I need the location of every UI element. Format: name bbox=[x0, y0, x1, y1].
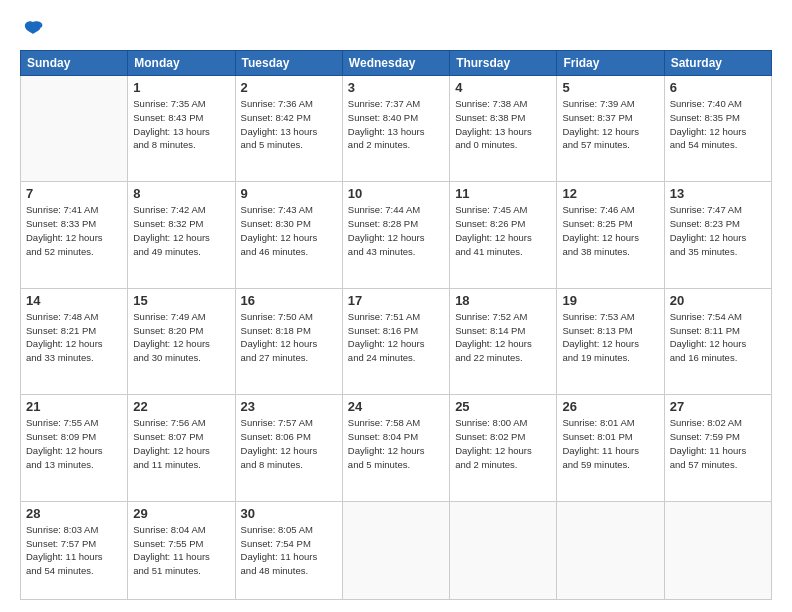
day-info: Sunrise: 7:40 AMSunset: 8:35 PMDaylight:… bbox=[670, 97, 766, 152]
day-info: Sunrise: 7:50 AMSunset: 8:18 PMDaylight:… bbox=[241, 310, 337, 365]
week-row-2: 7Sunrise: 7:41 AMSunset: 8:33 PMDaylight… bbox=[21, 182, 772, 288]
day-number: 2 bbox=[241, 80, 337, 95]
day-cell: 12Sunrise: 7:46 AMSunset: 8:25 PMDayligh… bbox=[557, 182, 664, 288]
day-info: Sunrise: 7:45 AMSunset: 8:26 PMDaylight:… bbox=[455, 203, 551, 258]
day-info: Sunrise: 8:02 AMSunset: 7:59 PMDaylight:… bbox=[670, 416, 766, 471]
weekday-header-sunday: Sunday bbox=[21, 51, 128, 76]
day-number: 15 bbox=[133, 293, 229, 308]
day-number: 8 bbox=[133, 186, 229, 201]
day-info: Sunrise: 7:49 AMSunset: 8:20 PMDaylight:… bbox=[133, 310, 229, 365]
logo-bird-icon bbox=[22, 18, 44, 40]
day-cell bbox=[664, 501, 771, 599]
day-cell: 4Sunrise: 7:38 AMSunset: 8:38 PMDaylight… bbox=[450, 76, 557, 182]
day-number: 17 bbox=[348, 293, 444, 308]
day-cell: 19Sunrise: 7:53 AMSunset: 8:13 PMDayligh… bbox=[557, 288, 664, 394]
day-cell: 9Sunrise: 7:43 AMSunset: 8:30 PMDaylight… bbox=[235, 182, 342, 288]
day-cell bbox=[342, 501, 449, 599]
day-cell: 21Sunrise: 7:55 AMSunset: 8:09 PMDayligh… bbox=[21, 395, 128, 501]
day-cell: 25Sunrise: 8:00 AMSunset: 8:02 PMDayligh… bbox=[450, 395, 557, 501]
weekday-header-wednesday: Wednesday bbox=[342, 51, 449, 76]
day-number: 3 bbox=[348, 80, 444, 95]
day-number: 5 bbox=[562, 80, 658, 95]
day-cell: 10Sunrise: 7:44 AMSunset: 8:28 PMDayligh… bbox=[342, 182, 449, 288]
day-info: Sunrise: 7:54 AMSunset: 8:11 PMDaylight:… bbox=[670, 310, 766, 365]
day-info: Sunrise: 7:57 AMSunset: 8:06 PMDaylight:… bbox=[241, 416, 337, 471]
day-info: Sunrise: 7:48 AMSunset: 8:21 PMDaylight:… bbox=[26, 310, 122, 365]
day-number: 28 bbox=[26, 506, 122, 521]
weekday-header-saturday: Saturday bbox=[664, 51, 771, 76]
day-cell: 15Sunrise: 7:49 AMSunset: 8:20 PMDayligh… bbox=[128, 288, 235, 394]
day-number: 20 bbox=[670, 293, 766, 308]
day-cell: 13Sunrise: 7:47 AMSunset: 8:23 PMDayligh… bbox=[664, 182, 771, 288]
day-number: 11 bbox=[455, 186, 551, 201]
day-cell: 26Sunrise: 8:01 AMSunset: 8:01 PMDayligh… bbox=[557, 395, 664, 501]
day-number: 27 bbox=[670, 399, 766, 414]
day-cell: 11Sunrise: 7:45 AMSunset: 8:26 PMDayligh… bbox=[450, 182, 557, 288]
day-number: 30 bbox=[241, 506, 337, 521]
day-number: 19 bbox=[562, 293, 658, 308]
week-row-4: 21Sunrise: 7:55 AMSunset: 8:09 PMDayligh… bbox=[21, 395, 772, 501]
day-number: 9 bbox=[241, 186, 337, 201]
day-cell: 23Sunrise: 7:57 AMSunset: 8:06 PMDayligh… bbox=[235, 395, 342, 501]
day-number: 13 bbox=[670, 186, 766, 201]
day-cell: 28Sunrise: 8:03 AMSunset: 7:57 PMDayligh… bbox=[21, 501, 128, 599]
weekday-header-thursday: Thursday bbox=[450, 51, 557, 76]
weekday-header-friday: Friday bbox=[557, 51, 664, 76]
calendar-page: SundayMondayTuesdayWednesdayThursdayFrid… bbox=[0, 0, 792, 612]
day-number: 26 bbox=[562, 399, 658, 414]
day-cell: 1Sunrise: 7:35 AMSunset: 8:43 PMDaylight… bbox=[128, 76, 235, 182]
day-cell: 8Sunrise: 7:42 AMSunset: 8:32 PMDaylight… bbox=[128, 182, 235, 288]
day-info: Sunrise: 7:52 AMSunset: 8:14 PMDaylight:… bbox=[455, 310, 551, 365]
day-cell: 24Sunrise: 7:58 AMSunset: 8:04 PMDayligh… bbox=[342, 395, 449, 501]
week-row-1: 1Sunrise: 7:35 AMSunset: 8:43 PMDaylight… bbox=[21, 76, 772, 182]
day-info: Sunrise: 7:44 AMSunset: 8:28 PMDaylight:… bbox=[348, 203, 444, 258]
day-cell: 17Sunrise: 7:51 AMSunset: 8:16 PMDayligh… bbox=[342, 288, 449, 394]
day-number: 4 bbox=[455, 80, 551, 95]
day-cell: 22Sunrise: 7:56 AMSunset: 8:07 PMDayligh… bbox=[128, 395, 235, 501]
day-info: Sunrise: 7:37 AMSunset: 8:40 PMDaylight:… bbox=[348, 97, 444, 152]
day-number: 7 bbox=[26, 186, 122, 201]
day-number: 23 bbox=[241, 399, 337, 414]
day-number: 6 bbox=[670, 80, 766, 95]
day-number: 10 bbox=[348, 186, 444, 201]
day-number: 29 bbox=[133, 506, 229, 521]
day-info: Sunrise: 7:58 AMSunset: 8:04 PMDaylight:… bbox=[348, 416, 444, 471]
day-cell: 29Sunrise: 8:04 AMSunset: 7:55 PMDayligh… bbox=[128, 501, 235, 599]
day-number: 25 bbox=[455, 399, 551, 414]
week-row-5: 28Sunrise: 8:03 AMSunset: 7:57 PMDayligh… bbox=[21, 501, 772, 599]
day-info: Sunrise: 7:56 AMSunset: 8:07 PMDaylight:… bbox=[133, 416, 229, 471]
day-info: Sunrise: 7:43 AMSunset: 8:30 PMDaylight:… bbox=[241, 203, 337, 258]
day-number: 14 bbox=[26, 293, 122, 308]
calendar-table: SundayMondayTuesdayWednesdayThursdayFrid… bbox=[20, 50, 772, 600]
day-info: Sunrise: 7:53 AMSunset: 8:13 PMDaylight:… bbox=[562, 310, 658, 365]
day-number: 21 bbox=[26, 399, 122, 414]
weekday-header-monday: Monday bbox=[128, 51, 235, 76]
day-info: Sunrise: 8:04 AMSunset: 7:55 PMDaylight:… bbox=[133, 523, 229, 578]
day-info: Sunrise: 8:03 AMSunset: 7:57 PMDaylight:… bbox=[26, 523, 122, 578]
day-info: Sunrise: 7:46 AMSunset: 8:25 PMDaylight:… bbox=[562, 203, 658, 258]
day-number: 22 bbox=[133, 399, 229, 414]
weekday-header-row: SundayMondayTuesdayWednesdayThursdayFrid… bbox=[21, 51, 772, 76]
day-cell: 5Sunrise: 7:39 AMSunset: 8:37 PMDaylight… bbox=[557, 76, 664, 182]
day-cell: 14Sunrise: 7:48 AMSunset: 8:21 PMDayligh… bbox=[21, 288, 128, 394]
day-info: Sunrise: 7:55 AMSunset: 8:09 PMDaylight:… bbox=[26, 416, 122, 471]
day-cell: 30Sunrise: 8:05 AMSunset: 7:54 PMDayligh… bbox=[235, 501, 342, 599]
day-number: 24 bbox=[348, 399, 444, 414]
day-cell: 16Sunrise: 7:50 AMSunset: 8:18 PMDayligh… bbox=[235, 288, 342, 394]
day-cell: 7Sunrise: 7:41 AMSunset: 8:33 PMDaylight… bbox=[21, 182, 128, 288]
day-number: 12 bbox=[562, 186, 658, 201]
day-info: Sunrise: 8:05 AMSunset: 7:54 PMDaylight:… bbox=[241, 523, 337, 578]
day-info: Sunrise: 7:35 AMSunset: 8:43 PMDaylight:… bbox=[133, 97, 229, 152]
day-cell: 6Sunrise: 7:40 AMSunset: 8:35 PMDaylight… bbox=[664, 76, 771, 182]
day-info: Sunrise: 7:39 AMSunset: 8:37 PMDaylight:… bbox=[562, 97, 658, 152]
day-number: 1 bbox=[133, 80, 229, 95]
day-info: Sunrise: 7:38 AMSunset: 8:38 PMDaylight:… bbox=[455, 97, 551, 152]
day-cell: 20Sunrise: 7:54 AMSunset: 8:11 PMDayligh… bbox=[664, 288, 771, 394]
day-cell bbox=[557, 501, 664, 599]
day-info: Sunrise: 8:00 AMSunset: 8:02 PMDaylight:… bbox=[455, 416, 551, 471]
weekday-header-tuesday: Tuesday bbox=[235, 51, 342, 76]
day-info: Sunrise: 7:36 AMSunset: 8:42 PMDaylight:… bbox=[241, 97, 337, 152]
day-cell bbox=[450, 501, 557, 599]
day-info: Sunrise: 7:47 AMSunset: 8:23 PMDaylight:… bbox=[670, 203, 766, 258]
day-cell: 3Sunrise: 7:37 AMSunset: 8:40 PMDaylight… bbox=[342, 76, 449, 182]
